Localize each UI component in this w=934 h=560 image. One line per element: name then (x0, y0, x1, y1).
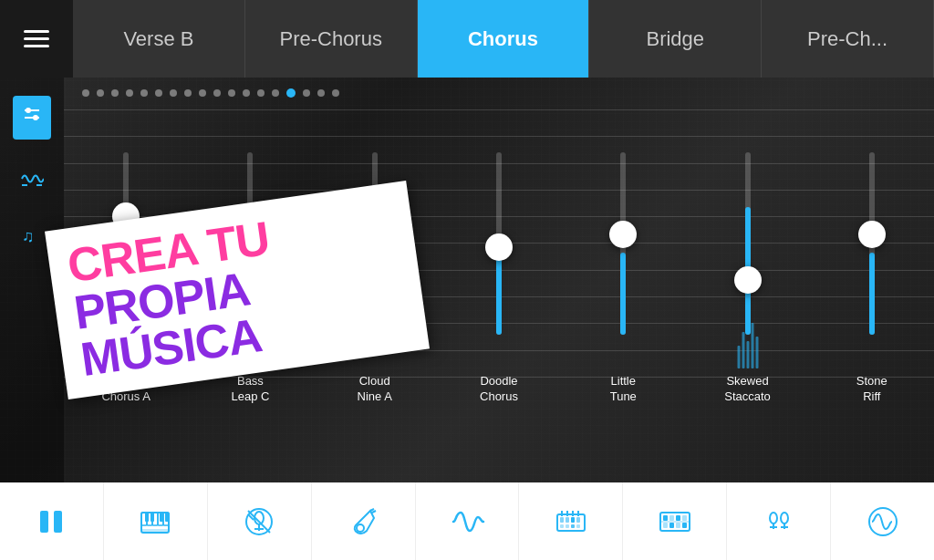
svg-rect-34 (560, 524, 564, 528)
step-sequencer-button[interactable] (623, 482, 727, 560)
hamburger-line (24, 37, 49, 40)
mixer-track-6: SkewedStaccato (685, 109, 809, 405)
piano-button[interactable] (104, 482, 208, 560)
svg-point-52 (770, 513, 777, 524)
track-label-5: LittleTune (561, 374, 685, 405)
tab-bridge[interactable]: Bridge (589, 0, 762, 78)
svg-rect-37 (576, 524, 580, 528)
track-label-7: StoneRiff (810, 374, 934, 405)
hamburger-line (24, 30, 49, 33)
svg-rect-48 (663, 523, 668, 528)
svg-rect-47 (682, 515, 687, 521)
track-label-4: DoodleChorus (437, 374, 561, 405)
svg-rect-15 (145, 513, 149, 522)
svg-rect-30 (560, 517, 564, 523)
keyboard-button[interactable] (519, 482, 623, 560)
svg-rect-50 (676, 523, 680, 528)
pause-button[interactable] (0, 482, 104, 560)
dot[interactable] (213, 89, 221, 97)
volume-bars-6 (737, 314, 758, 368)
svg-point-55 (781, 513, 788, 524)
dot[interactable] (317, 89, 325, 97)
top-navigation: Verse B Pre-Chorus Chorus Bridge Pre-Ch.… (0, 0, 934, 78)
svg-rect-31 (566, 517, 569, 523)
slider-container-4[interactable] (437, 119, 561, 396)
dot[interactable] (243, 89, 250, 97)
dot[interactable] (111, 89, 119, 97)
svg-rect-35 (566, 524, 569, 528)
track-label-3: CloudNine A (313, 374, 437, 405)
tab-pre-chorus-2[interactable]: Pre-Ch... (762, 0, 934, 78)
dot[interactable] (199, 89, 206, 97)
dot[interactable] (126, 89, 133, 97)
hamburger-icon (24, 30, 49, 47)
mixer-track-4: DoodleChorus (437, 109, 561, 405)
track-label-6: SkewedStaccato (685, 374, 809, 405)
dot[interactable] (97, 89, 104, 97)
svg-line-27 (370, 509, 374, 511)
waveform-icon[interactable] (20, 167, 44, 196)
slider-container-6[interactable] (685, 119, 809, 396)
synth-button[interactable] (416, 482, 520, 560)
svg-point-26 (357, 524, 364, 532)
mixer-track-7: StoneRiff (810, 109, 934, 405)
svg-rect-32 (571, 517, 575, 523)
dot[interactable] (184, 89, 192, 97)
svg-point-1 (26, 108, 31, 113)
svg-rect-19 (141, 529, 169, 533)
mixer-icon[interactable] (13, 96, 51, 140)
dot[interactable] (155, 89, 162, 97)
svg-rect-18 (165, 513, 169, 522)
hamburger-button[interactable] (0, 0, 73, 78)
svg-line-28 (372, 511, 376, 513)
music-notes-icon[interactable]: ♫ (20, 223, 44, 253)
svg-rect-46 (676, 515, 680, 521)
voice-button[interactable] (727, 482, 831, 560)
dot[interactable] (303, 89, 310, 97)
svg-rect-44 (663, 515, 668, 521)
wave-button[interactable] (831, 482, 934, 560)
dot[interactable] (140, 89, 148, 97)
dot[interactable] (170, 89, 177, 97)
mic-crossed-button[interactable] (208, 482, 312, 560)
tab-verse-b[interactable]: Verse B (73, 0, 245, 78)
dot[interactable] (332, 89, 339, 97)
guitar-button[interactable] (312, 482, 416, 560)
tab-pre-chorus[interactable]: Pre-Chorus (245, 0, 418, 78)
dots-row (64, 88, 934, 98)
svg-rect-51 (682, 523, 687, 528)
slider-container-5[interactable] (561, 119, 685, 396)
dot[interactable] (257, 89, 265, 97)
slider-container-7[interactable] (810, 119, 934, 396)
svg-rect-49 (669, 523, 674, 528)
svg-rect-17 (160, 513, 163, 522)
dot[interactable] (272, 89, 279, 97)
dot-active[interactable] (286, 88, 296, 98)
hamburger-line (24, 45, 49, 47)
mixer-track-5: LittleTune (561, 109, 685, 405)
svg-rect-45 (669, 515, 674, 521)
svg-point-3 (33, 115, 38, 120)
svg-rect-8 (54, 511, 62, 533)
tab-chorus[interactable]: Chorus (418, 0, 590, 78)
svg-rect-16 (150, 513, 154, 522)
dot[interactable] (82, 89, 89, 97)
bottom-toolbar (0, 482, 934, 560)
svg-rect-33 (576, 517, 580, 523)
svg-text:♫: ♫ (22, 227, 35, 245)
main-content: ♫ (0, 78, 934, 482)
svg-rect-36 (571, 524, 575, 528)
svg-rect-7 (40, 511, 48, 533)
dot[interactable] (228, 89, 235, 97)
